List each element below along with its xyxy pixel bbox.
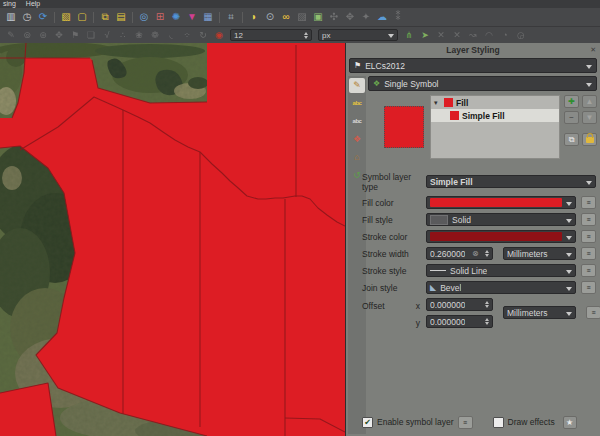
effects-button[interactable]: ★	[563, 416, 577, 429]
filter-icon[interactable]: ▼	[185, 10, 199, 24]
stroke-style-dropdown[interactable]: Solid Line	[426, 264, 576, 277]
chevron-down-icon	[388, 34, 394, 38]
move-up-button[interactable]: ▲	[582, 95, 597, 108]
chevron-down-icon	[566, 312, 572, 316]
panel-title: Layer Styling	[346, 43, 600, 57]
join-style-override-button[interactable]: ≡	[581, 281, 596, 294]
renderer-icon: ❖	[373, 79, 380, 89]
menu-item-partial[interactable]: sing	[3, 0, 16, 8]
cloud-icon[interactable]: ☁	[375, 10, 389, 24]
color-swatches-icon[interactable]: ⊞	[153, 10, 167, 24]
chevron-down-icon	[566, 236, 572, 240]
chevron-down-icon	[566, 253, 572, 257]
stroke-color-swatch	[430, 232, 562, 241]
circle-tool-icon: ◔	[498, 29, 512, 41]
spinner-arrows-icon[interactable]	[304, 32, 308, 39]
size-spinner[interactable]: 12	[230, 29, 312, 41]
chevron-down-icon	[566, 287, 572, 291]
snapping-magnet-icon[interactable]: ◉	[212, 29, 226, 41]
fill-color-override-button[interactable]: ≡	[581, 196, 596, 209]
grid-tool-icon: ⁘	[180, 29, 194, 41]
draw-effects-checkbox[interactable]	[493, 417, 504, 428]
enable-override-button[interactable]: ≡	[458, 416, 473, 429]
symbol-tree-root-row[interactable]: ▾ Fill	[431, 96, 559, 109]
spinner-arrows-icon[interactable]	[485, 318, 489, 325]
stroke-color-override-button[interactable]: ≡	[581, 230, 596, 243]
symbol-tree-child-row[interactable]: Simple Fill	[431, 109, 559, 122]
move-down-button[interactable]: ▼	[582, 111, 597, 124]
delete-part-icon: ✕	[450, 29, 464, 41]
clear-icon[interactable]: ⊗	[472, 249, 479, 258]
fill-style-override-button[interactable]: ≡	[581, 213, 596, 226]
renderer-selector[interactable]: ❖ Single Symbol	[368, 76, 597, 91]
tracing-icon[interactable]: ⋔	[402, 29, 416, 41]
python-console-icon[interactable]: ∞	[279, 10, 293, 24]
stroke-style-label: Stroke style	[362, 266, 426, 276]
delete-selected-icon: ✕	[434, 29, 448, 41]
masks-tab-icon[interactable]: abc	[349, 114, 365, 129]
offset-x-spinner[interactable]: 0.000000	[426, 298, 493, 311]
deselect-features-icon[interactable]: ▢	[75, 10, 89, 24]
labels-tab-icon[interactable]: abc	[349, 96, 365, 111]
measure-icon[interactable]: ⌗	[224, 10, 238, 24]
ellipse-tool-icon: ◶	[514, 29, 528, 41]
options-gear-icon[interactable]: ✺	[169, 10, 183, 24]
symbol-layer-type-dropdown[interactable]: Simple Fill	[426, 175, 596, 188]
remove-symbol-layer-button[interactable]: −	[564, 111, 579, 124]
identify-features-icon[interactable]: ◎	[137, 10, 151, 24]
vertex-all-icon: ∴	[116, 29, 130, 41]
add-symbol-layer-button[interactable]: ✚	[564, 95, 579, 108]
symbol-swatch	[444, 98, 453, 107]
paste-features-icon[interactable]: ▤	[114, 10, 128, 24]
toggle-editing-icon: ✎	[4, 29, 18, 41]
layer-selector[interactable]: ⚑ ELCs2012	[349, 58, 597, 73]
panel-footer: ✔ Enable symbol layer ≡ Draw effects ★	[362, 414, 596, 430]
save-icon[interactable]: ▥	[4, 10, 18, 24]
simplify-feature-icon: ❁	[148, 29, 162, 41]
spinner-arrows-icon[interactable]	[485, 250, 489, 257]
attribute-table-icon[interactable]: ▦	[201, 10, 215, 24]
3d-view-tab-icon[interactable]: ❖	[349, 132, 365, 147]
enable-symbol-layer-checkbox[interactable]: ✔	[362, 417, 373, 428]
fill-color-button[interactable]	[426, 196, 576, 209]
stroke-width-unit-dropdown[interactable]: Millimeters	[503, 247, 576, 260]
stroke-width-override-button[interactable]: ≡	[581, 247, 596, 260]
map-canvas[interactable]	[0, 43, 345, 436]
symbology-tab-icon[interactable]: ✎	[349, 78, 365, 93]
offset-curve-icon: ◟	[164, 29, 178, 41]
qgis-window: sing Help ▥◷⟳▧▢⧉▤◎⊞✺▼▦⌗◗⊙∞▨▣✣✥✦☁⁑ ✎⊚⊛✥⚑❏…	[0, 0, 600, 436]
curve-digitize-icon: ◠	[482, 29, 496, 41]
refresh-icon[interactable]: ⟳	[36, 10, 50, 24]
map-tips-icon[interactable]: ◗	[247, 10, 261, 24]
lock-colors-button[interactable]	[582, 133, 597, 146]
offset-override-button[interactable]: ≡	[586, 306, 600, 319]
unit-dropdown[interactable]: px	[318, 29, 398, 41]
new-layout-icon[interactable]: ▣	[311, 10, 325, 24]
clock-icon[interactable]: ◷	[20, 10, 34, 24]
close-icon[interactable]: ✕	[590, 45, 596, 55]
select-features-icon[interactable]: ▧	[59, 10, 73, 24]
move-node-icon: ↝	[466, 29, 480, 41]
spinner-arrows-icon[interactable]	[485, 301, 489, 308]
offset-x-label: x	[412, 301, 420, 311]
symbol-preview	[384, 106, 424, 148]
join-style-dropdown[interactable]: ◣ Bevel	[426, 281, 576, 294]
copy-features-icon[interactable]: ⧉	[98, 10, 112, 24]
layer-flag-icon: ⚑	[354, 61, 361, 71]
menu-item-help[interactable]: Help	[26, 0, 40, 8]
zoom-search-icon[interactable]: ⊙	[263, 10, 277, 24]
diagrams-tab-icon[interactable]: ⌂	[349, 150, 365, 165]
stroke-style-override-button[interactable]: ≡	[581, 264, 596, 277]
offset-y-spinner[interactable]: 0.000000	[426, 315, 493, 328]
offset-unit-dropdown[interactable]: Millimeters	[503, 306, 576, 319]
toolbar-separator	[93, 12, 94, 23]
duplicate-symbol-layer-button[interactable]: ⧉	[564, 133, 579, 146]
stroke-width-spinner[interactable]: 0.260000 ⊗	[426, 247, 493, 260]
fill-style-dropdown[interactable]: Solid	[426, 213, 576, 226]
digitize-cursor-icon[interactable]: ➤	[418, 29, 432, 41]
symbol-layer-type-label: Symbol layer type	[362, 172, 426, 192]
stroke-color-button[interactable]	[426, 230, 576, 243]
chevron-down-icon	[566, 219, 572, 223]
add-feature-icon: ⊛	[36, 29, 50, 41]
expand-icon[interactable]: ▾	[434, 99, 441, 107]
